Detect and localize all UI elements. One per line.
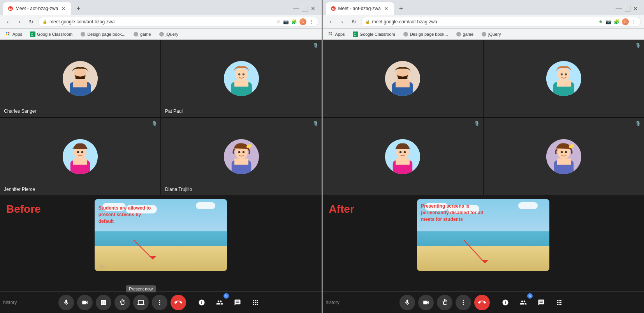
toolbar-right-right: 5 xyxy=(498,295,567,310)
participant-jennifer-left: 🎙️ Jen xyxy=(0,118,160,195)
activities-btn-right[interactable] xyxy=(551,295,567,310)
tab-bar-right: M Meet - aot-bzag-zwa ✕ + — ⬜ ✕ xyxy=(323,0,644,15)
info-btn-left[interactable] xyxy=(194,295,209,310)
classroom-label-right: Google Classroom xyxy=(360,32,395,37)
classroom-label-left: Google Classroom xyxy=(37,32,72,37)
svg-rect-56 xyxy=(557,80,571,86)
mute-jennifer-right: 🎙️ xyxy=(474,121,480,126)
game-label-left: game xyxy=(140,32,151,37)
menu-btn-left[interactable]: ⋮ xyxy=(309,19,314,25)
name-diana-left: Diana Trujillo xyxy=(165,187,192,192)
mute-pat-right: 🎙️ xyxy=(635,43,641,48)
design-icon-left xyxy=(80,31,86,37)
svg-line-72 xyxy=(464,240,485,263)
avatar-diana-svg-right xyxy=(546,139,581,174)
close-btn-right[interactable]: ✕ xyxy=(633,5,638,12)
present-btn-left[interactable] xyxy=(133,295,149,310)
bookmark-classroom-right[interactable]: C Google Classroom xyxy=(350,31,398,38)
end-call-btn-left[interactable] xyxy=(171,295,186,310)
bookmark-game-left[interactable]: game xyxy=(131,31,153,38)
reload-btn-right[interactable]: ↻ xyxy=(349,17,359,26)
bookmark-apps-right[interactable]: Apps xyxy=(326,31,347,38)
more-btn-left[interactable] xyxy=(152,295,167,310)
svg-text:C: C xyxy=(354,33,356,37)
extensions-icon-right[interactable]: 🧩 xyxy=(614,19,619,24)
tab-bar-left: M Meet - aot-bzag-zwa ✕ + — ⬜ ✕ xyxy=(0,0,322,15)
svg-point-10 xyxy=(159,32,164,37)
bookmark-star-left[interactable]: ☆ xyxy=(276,19,281,24)
raise-hand-btn-right[interactable] xyxy=(437,295,452,310)
annotation-text-right: Presenting screens is permenantly disabl… xyxy=(421,203,483,222)
tab-close-left[interactable]: ✕ xyxy=(60,5,67,12)
svg-rect-2 xyxy=(6,32,7,33)
jquery-label-left: jQuery xyxy=(166,32,178,37)
avatar-pat-left xyxy=(224,61,259,96)
annotation-arrow-right xyxy=(460,240,491,267)
participant-diana-left: 🎙️ xyxy=(161,118,322,195)
reload-btn-left[interactable]: ↻ xyxy=(26,17,36,26)
camera-btn-left[interactable] xyxy=(77,295,93,310)
avatar-charles-right xyxy=(385,61,420,96)
svg-rect-39 xyxy=(329,32,330,33)
menu-btn-right[interactable]: ⋮ xyxy=(631,19,637,25)
participant-diana-right: 🎙️ xyxy=(484,118,644,195)
bookmark-apps-left[interactable]: Apps xyxy=(3,31,25,38)
participant-charles-right xyxy=(323,40,483,117)
svg-point-26 xyxy=(77,151,79,153)
profile-icon-left[interactable]: A xyxy=(299,18,306,25)
captions-btn-left[interactable] xyxy=(96,295,111,310)
classroom-icon-left: C xyxy=(30,31,35,37)
bookmark-star-right[interactable]: ★ xyxy=(598,19,603,24)
info-btn-right[interactable] xyxy=(498,295,513,310)
forward-btn-left[interactable]: › xyxy=(15,17,24,26)
close-btn-left[interactable]: ✕ xyxy=(311,5,315,12)
svg-point-45 xyxy=(403,32,408,37)
raise-hand-btn-left[interactable] xyxy=(114,295,130,310)
bookmark-classroom-left[interactable]: C Google Classroom xyxy=(28,31,75,38)
window-controls-left: — ⬜ ✕ xyxy=(293,5,318,12)
new-tab-btn-right[interactable]: + xyxy=(396,3,406,14)
mic-btn-right[interactable] xyxy=(399,295,415,310)
forward-btn-right[interactable]: › xyxy=(338,17,347,26)
bookmark-jquery-left[interactable]: jQuery xyxy=(157,31,181,38)
new-tab-btn-left[interactable]: + xyxy=(73,3,84,14)
address-box-left[interactable]: 🔒 meet.google.com/aot-bzag-zwa ☆ 📷 🧩 A ⋮ xyxy=(38,17,318,27)
mute-jennifer-left: 🎙️ xyxy=(151,121,157,126)
bookmark-game-right[interactable]: game xyxy=(454,31,476,38)
bookmark-design-left[interactable]: Design page book... xyxy=(78,31,128,38)
back-btn-left[interactable]: ‹ xyxy=(3,17,12,26)
participant-pat-right: 🎙️ xyxy=(484,40,644,117)
tab-left[interactable]: M Meet - aot-bzag-zwa ✕ xyxy=(3,2,71,15)
back-btn-right[interactable]: ‹ xyxy=(326,17,335,26)
more-btn-right[interactable] xyxy=(456,295,471,310)
mic-btn-left[interactable] xyxy=(58,295,74,310)
maximize-btn-left[interactable]: ⬜ xyxy=(302,5,308,12)
tab-close-right[interactable]: ✕ xyxy=(383,5,389,12)
minimize-btn-left[interactable]: — xyxy=(293,5,299,12)
camera-btn-right[interactable] xyxy=(418,295,434,310)
chat-btn-right[interactable] xyxy=(533,295,549,310)
camera-icon-left[interactable]: 📷 xyxy=(283,19,289,24)
people-btn-wrapper-left: 5 xyxy=(212,295,227,310)
minimize-btn-right[interactable]: — xyxy=(616,5,622,12)
before-label: Before xyxy=(6,203,41,215)
svg-rect-14 xyxy=(73,80,87,87)
svg-point-27 xyxy=(81,151,83,153)
game-icon-left xyxy=(133,31,139,37)
avatar-pat-right xyxy=(546,61,581,96)
bookmark-jquery-right[interactable]: jQuery xyxy=(479,31,503,38)
address-box-right[interactable]: 🔒 meet.google.com/aot-bzag-zwa ★ 📷 🧩 A ⋮ xyxy=(361,17,641,27)
activities-btn-left[interactable] xyxy=(248,295,263,310)
extensions-icon-left[interactable]: 🧩 xyxy=(291,19,297,24)
participants-grid-right: 🎙️ xyxy=(323,40,644,195)
bottom-section-left: Before Students are allowed to present s… xyxy=(0,195,322,291)
bookmark-design-right[interactable]: Design page book... xyxy=(401,31,450,38)
maximize-btn-right[interactable]: ⬜ xyxy=(624,5,631,12)
end-call-btn-right[interactable] xyxy=(474,295,490,310)
name-pat-left: Pat Paul xyxy=(165,108,183,114)
camera-icon-right[interactable]: 📷 xyxy=(605,19,611,24)
tab-right[interactable]: M Meet - aot-bzag-zwa ✕ xyxy=(326,2,394,15)
chat-btn-left[interactable] xyxy=(230,295,245,310)
profile-icon-right[interactable]: A xyxy=(622,18,629,25)
svg-text:C: C xyxy=(31,33,33,37)
